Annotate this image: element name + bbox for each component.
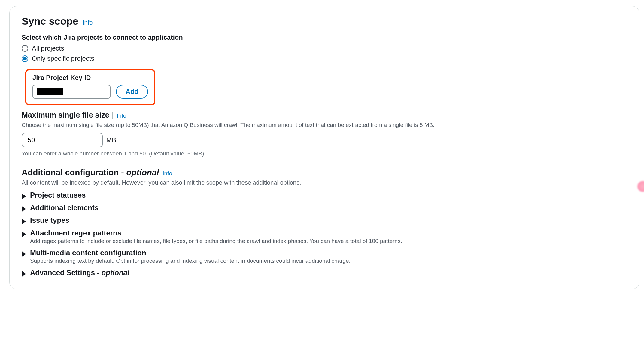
info-link-additional-config[interactable]: Info <box>163 170 172 177</box>
page-container: Sync scope Info Select which Jira projec… <box>0 6 644 362</box>
max-file-size-hint: You can enter a whole number between 1 a… <box>22 150 627 157</box>
panel-title: Sync scope <box>22 15 78 27</box>
jira-project-key-input-wrapper <box>32 85 111 99</box>
expandable-title: Project statuses <box>30 191 86 199</box>
chevron-right-icon <box>22 206 26 212</box>
expandable-description: Supports indexing text by default. Opt i… <box>30 258 351 264</box>
info-link-file-size[interactable]: Info <box>112 112 126 119</box>
project-select-label: Select which Jira projects to connect to… <box>22 34 627 41</box>
expandable-title: Advanced Settings - optional <box>30 268 129 277</box>
additional-config-description: All content will be indexed by default. … <box>22 179 627 186</box>
expandable-additional-elements[interactable]: Additional elements <box>22 204 627 212</box>
radio-icon-checked <box>22 55 28 62</box>
max-file-size-label-row: Maximum single file size Info <box>22 111 627 119</box>
additional-config-optional: optional <box>126 168 159 177</box>
max-file-size-label: Maximum single file size <box>22 111 109 119</box>
sync-scope-panel: Sync scope Info Select which Jira projec… <box>9 6 639 289</box>
expandable-attachment-regex[interactable]: Attachment regex patterns Add regex patt… <box>22 229 627 244</box>
chevron-right-icon <box>22 251 26 257</box>
info-link-sync-scope[interactable]: Info <box>83 19 93 26</box>
expandable-title-text: Advanced Settings - <box>30 268 101 277</box>
max-file-size-description: Choose the maximum single file size (up … <box>22 121 627 129</box>
max-file-size-unit: MB <box>106 136 116 144</box>
max-file-size-input-row: MB <box>22 133 627 147</box>
expandable-project-statuses[interactable]: Project statuses <box>22 191 627 199</box>
chevron-right-icon <box>22 231 26 237</box>
chevron-right-icon <box>22 193 26 199</box>
radio-label: All projects <box>32 44 64 52</box>
expandable-title: Additional elements <box>30 204 99 212</box>
chevron-right-icon <box>22 219 26 225</box>
additional-config-heading-text: Additional configuration - <box>22 168 126 177</box>
expandable-advanced-settings[interactable]: Advanced Settings - optional <box>22 268 627 277</box>
expandable-description: Add regex patterns to include or exclude… <box>30 238 402 244</box>
expandable-optional: optional <box>101 268 129 277</box>
redacted-value <box>37 88 63 95</box>
panel-title-row: Sync scope Info <box>22 15 627 27</box>
expandable-issue-types[interactable]: Issue types <box>22 216 627 225</box>
expandable-title: Multi-media content configuration <box>30 249 351 257</box>
jira-project-key-highlight: Jira Project Key ID Add <box>25 69 155 105</box>
chevron-right-icon <box>22 271 26 277</box>
radio-label: Only specific projects <box>32 55 94 63</box>
additional-config-heading-row: Additional configuration - optional Info <box>22 168 627 177</box>
expandable-title: Attachment regex patterns <box>30 229 402 237</box>
radio-icon <box>22 45 28 52</box>
expandable-multimedia-config[interactable]: Multi-media content configuration Suppor… <box>22 249 627 264</box>
jira-project-key-label: Jira Project Key ID <box>32 74 148 82</box>
radio-only-specific-projects[interactable]: Only specific projects <box>22 55 627 63</box>
max-file-size-input[interactable] <box>22 133 103 147</box>
expandable-title: Issue types <box>30 216 69 225</box>
additional-config-heading: Additional configuration - optional <box>22 168 159 177</box>
add-button[interactable]: Add <box>116 85 148 99</box>
project-select-radio-group: All projects Only specific projects <box>22 44 627 63</box>
radio-all-projects[interactable]: All projects <box>22 44 627 52</box>
